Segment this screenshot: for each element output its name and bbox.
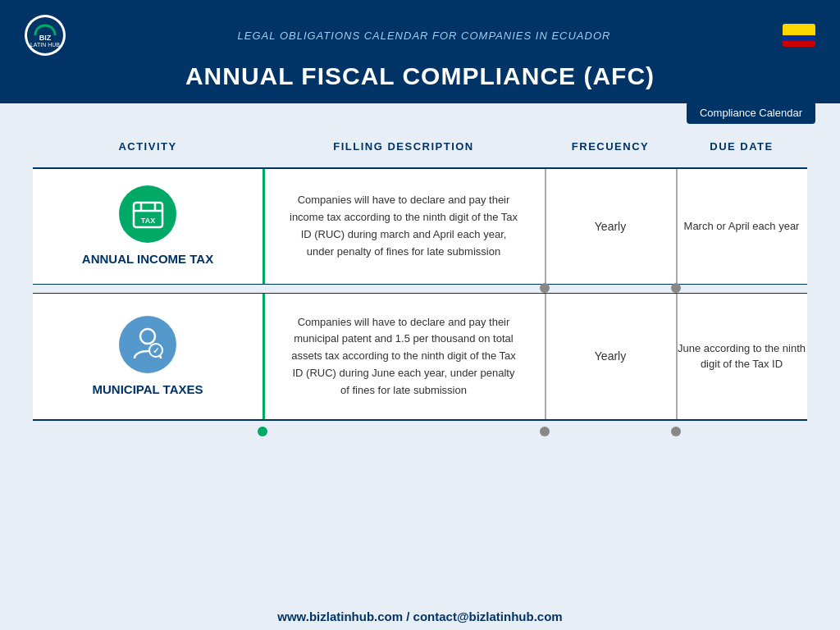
ecuador-flag	[783, 24, 815, 47]
main-title: ANNUAL FISCAL COMPLIANCE (AFC)	[25, 62, 815, 103]
frequency-cell-1: Yearly	[545, 169, 676, 284]
compliance-badge: Compliance Calendar	[687, 102, 815, 124]
subtitle: LEGAL OBLIGATIONS CALENDAR FOR COMPANIES…	[66, 30, 783, 42]
header: BIZ LATIN HUB LEGAL OBLIGATIONS CALENDAR…	[0, 0, 840, 103]
svg-text:TAX: TAX	[140, 217, 154, 225]
bottom-dots	[33, 424, 807, 439]
activity-label-1: ANNUAL INCOME TAX	[82, 251, 213, 267]
footer: www.bizlatinhub.com / contact@bizlatinhu…	[0, 600, 840, 630]
col-header-frequency: FRECUENCY	[545, 140, 676, 153]
col-header-activity: ACTIVITY	[33, 140, 262, 153]
col-header-duedate: DUE DATE	[676, 140, 807, 153]
footer-contact: www.bizlatinhub.com / contact@bizlatinhu…	[277, 609, 562, 623]
svg-text:BIZ: BIZ	[39, 34, 52, 42]
tax-icon: TAX	[119, 185, 176, 243]
person-icon: ✓	[119, 316, 176, 373]
duedate-cell-2: June according to the ninth digit of the…	[676, 294, 807, 420]
activity-cell-2: ✓ MUNICIPAL TAXES	[33, 294, 262, 420]
frequency-cell-2: Yearly	[545, 294, 676, 420]
header-top: BIZ LATIN HUB LEGAL OBLIGATIONS CALENDAR…	[25, 15, 815, 56]
col-header-filling: FILLING DESCRIPTION	[262, 140, 545, 153]
svg-text:LATIN HUB: LATIN HUB	[30, 42, 60, 48]
activity-cell-1: TAX ANNUAL INCOME TAX	[33, 169, 262, 284]
logo-circle: BIZ LATIN HUB	[25, 15, 66, 56]
svg-text:✓: ✓	[153, 346, 159, 355]
content-area: ACTIVITY FILLING DESCRIPTION FRECUENCY D…	[0, 124, 840, 600]
duedate-cell-1: March or April each year	[676, 169, 807, 284]
description-cell-1: Companies will have to declare and pay t…	[262, 169, 545, 284]
activity-label-2: MUNICIPAL TAXES	[92, 381, 203, 398]
table-row: ✓ MUNICIPAL TAXES Companies will have to…	[33, 293, 807, 422]
table-row: TAX ANNUAL INCOME TAX Companies will hav…	[33, 167, 807, 285]
logo-area: BIZ LATIN HUB	[25, 15, 66, 56]
table-headers: ACTIVITY FILLING DESCRIPTION FRECUENCY D…	[33, 132, 807, 161]
description-cell-2: Companies will have to declare and pay t…	[262, 294, 545, 420]
svg-point-8	[140, 329, 155, 344]
